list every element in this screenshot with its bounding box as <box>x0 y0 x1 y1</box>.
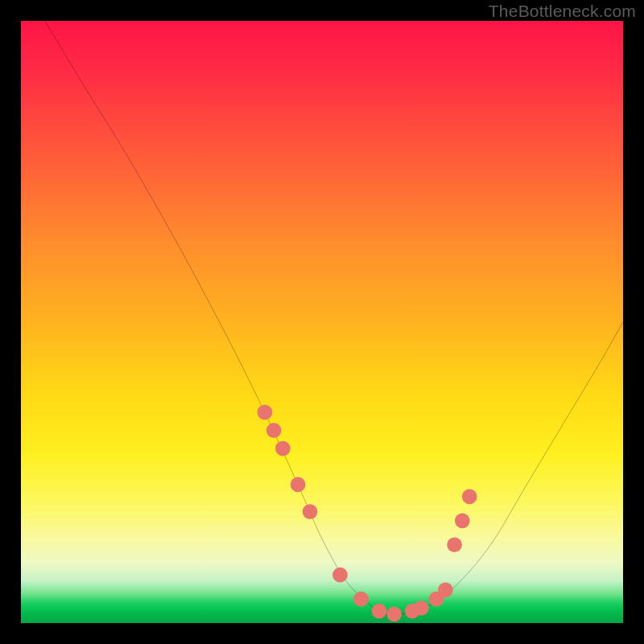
highlight-dot <box>447 537 462 552</box>
highlight-dot <box>455 513 470 528</box>
highlight-dot <box>258 405 273 420</box>
highlight-dot <box>266 423 282 438</box>
plot-area <box>21 21 623 623</box>
highlight-dot <box>275 441 291 456</box>
highlight-dot <box>462 489 477 505</box>
highlight-dots-group <box>258 405 477 621</box>
highlight-dot <box>332 568 348 583</box>
bottleneck-curve-svg <box>21 21 623 623</box>
chart-frame: TheBottleneck.com <box>0 0 644 644</box>
highlight-dot <box>291 477 306 493</box>
highlight-dot <box>438 583 453 598</box>
highlight-dot <box>372 604 387 619</box>
watermark-text: TheBottleneck.com <box>489 2 636 21</box>
highlight-dot <box>386 606 402 621</box>
highlight-dot <box>353 592 369 607</box>
highlight-dot <box>414 601 429 616</box>
bottleneck-curve <box>45 21 623 615</box>
highlight-dot <box>303 504 318 519</box>
